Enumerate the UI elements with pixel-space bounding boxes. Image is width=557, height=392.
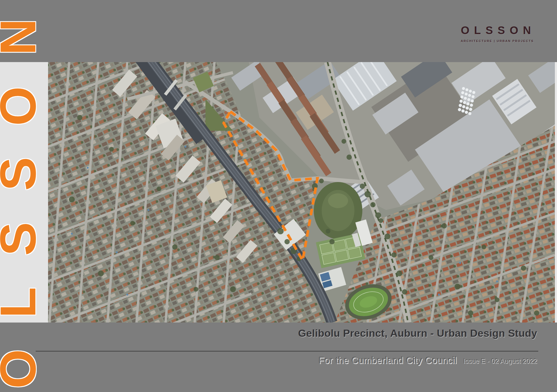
issue-label: Issue E - 02 August 2022 — [464, 357, 537, 365]
brand-logo: OLSSON ARCHITECTURE | URBAN PROJECTS — [461, 25, 536, 43]
vertical-brand-text: OLSSON — [0, 4, 44, 389]
aerial-map-svg — [48, 62, 555, 323]
right-edge-strip — [555, 62, 557, 323]
client-line: For the Cumberland City Council — [319, 355, 457, 366]
footer-client-row: For the Cumberland City Council Issue E … — [319, 355, 537, 366]
cover-page: OLSSON — [0, 0, 557, 392]
brand-logo-text: OLSSON — [461, 25, 536, 36]
footer-divider — [36, 351, 538, 352]
project-title: Gelibolu Precinct, Auburn - Urban Design… — [298, 328, 537, 339]
aerial-photo — [48, 62, 555, 323]
brand-logo-tagline: ARCHITECTURE | URBAN PROJECTS — [461, 39, 536, 43]
